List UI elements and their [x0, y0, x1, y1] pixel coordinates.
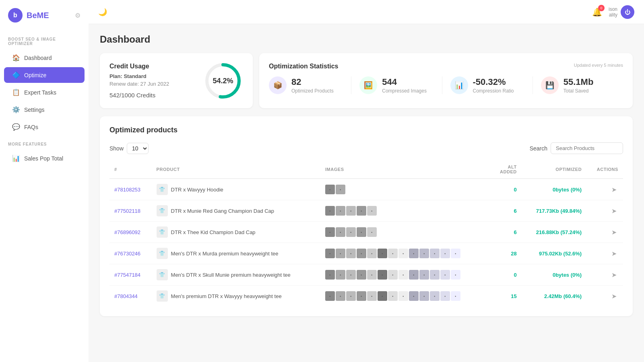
image-thumbnail: ▪ — [398, 249, 408, 258]
stat-label: Compressed Images — [382, 88, 427, 94]
sidebar-section-label: BOOST SEO & IMAGE OPTIMIZER — [0, 31, 89, 49]
stat-value: -50.32% — [473, 77, 514, 87]
product-id-link[interactable]: #78108253 — [114, 187, 140, 193]
product-id-cell: #78108253 — [109, 179, 152, 200]
table-row: #78108253👕DTR x Wavyyy Hoodie▪▪00bytes (… — [109, 179, 623, 200]
alt-count-cell: 6 — [491, 200, 522, 222]
product-name-text: DTR x Munie Red Gang Champion Dad Cap — [171, 208, 275, 214]
stat-label: Compression Ratio — [473, 88, 514, 94]
product-id-link[interactable]: #7804344 — [114, 293, 138, 299]
logo-icon: b — [8, 8, 23, 23]
table-row: #77547184👕Men's DTR x Skull Munie premiu… — [109, 264, 623, 286]
topbar: 🌙 🔔 0 ison ality ⏻ — [89, 0, 644, 24]
show-control: Show 10 25 50 — [109, 143, 149, 154]
stat-info: 544 Compressed Images — [382, 77, 427, 94]
donut-percentage: 54.2% — [213, 76, 233, 85]
product-thumbnail: 👕 — [157, 205, 168, 216]
stat-compressed-images: 🖼️ 544 Compressed Images — [351, 76, 442, 94]
tasks-icon: 📋 — [12, 88, 20, 96]
table-row: #77502118👕DTR x Munie Red Gang Champion … — [109, 200, 623, 222]
product-id-cell: #77547184 — [109, 264, 152, 286]
power-button[interactable]: ⏻ — [621, 5, 634, 19]
col-actions: ACTIONS — [586, 160, 623, 179]
sales-pop-icon: 📊 — [12, 154, 20, 162]
product-name-cell: 👕DTR x Wavyyy Hoodie — [152, 179, 320, 200]
image-thumbnail: ▪ — [409, 270, 419, 280]
image-thumbnail: ▪ — [336, 291, 345, 301]
stat-total-saved: 💾 55.1Mb Total Saved — [533, 76, 623, 94]
image-thumbnail: ▪ — [336, 206, 345, 216]
sidebar-item-expert-tasks[interactable]: 📋 Expert Tasks — [4, 84, 85, 100]
product-id-cell: #76730246 — [109, 243, 152, 264]
sidebar-item-optimize[interactable]: 🔷 Optimize — [4, 67, 85, 83]
product-name-cell: 👕Men's DTR x Murda premium heavyweight t… — [152, 243, 320, 264]
share-action-button[interactable]: ➤ — [610, 184, 618, 195]
search-input[interactable] — [551, 142, 623, 154]
stat-info: 55.1Mb Total Saved — [564, 77, 594, 94]
table-controls: Show 10 25 50 Search — [109, 142, 623, 154]
sidebar-item-settings[interactable]: ⚙️ Settings — [4, 102, 85, 117]
table-card: Optimized products Show 10 25 50 Search — [100, 116, 633, 316]
sidebar-item-dashboard[interactable]: 🏠 Dashboard — [4, 50, 85, 66]
product-id-link[interactable]: #76730246 — [114, 251, 140, 257]
image-thumbnail: ▪ — [430, 270, 440, 280]
topbar-right: 🔔 0 ison ality ⏻ — [592, 5, 634, 19]
share-action-button[interactable]: ➤ — [610, 206, 618, 216]
table-header-row: # PRODUCT IMAGES ALTADDED OPTIMIZED ACTI… — [109, 160, 623, 179]
sidebar-item-label: FAQs — [24, 124, 38, 130]
sidebar-logo: b BeME ⚙ — [0, 0, 89, 31]
show-select[interactable]: 10 25 50 — [127, 143, 149, 154]
stat-label: Total Saved — [564, 88, 594, 94]
stat-value: 55.1Mb — [564, 77, 594, 87]
images-cell: ▪▪ — [320, 179, 491, 200]
user-label: ison — [609, 6, 617, 12]
alt-count-cell: 6 — [491, 222, 522, 243]
image-thumbnail: ▪ — [357, 270, 366, 280]
sidebar-item-sales-pop[interactable]: 📊 Sales Pop Total — [4, 150, 85, 166]
stat-value: 544 — [382, 77, 427, 87]
share-action-button[interactable]: ➤ — [610, 227, 618, 238]
image-thumbnail: ▪ — [419, 291, 429, 301]
stat-icon-images: 🖼️ — [359, 76, 377, 94]
product-id-link[interactable]: #76896092 — [114, 229, 140, 235]
share-action-button[interactable]: ➤ — [610, 291, 618, 302]
image-thumbnail: ▪ — [419, 270, 429, 280]
product-id-link[interactable]: #77547184 — [114, 272, 140, 278]
sidebar-item-label: Settings — [24, 107, 45, 113]
image-thumbnail: ▪ — [346, 270, 356, 280]
settings-gear-icon[interactable]: ⚙ — [75, 12, 80, 19]
images-cell: ▪▪▪▪▪▪▪▪▪▪▪▪▪ — [320, 286, 491, 307]
product-id-link[interactable]: #77502118 — [114, 208, 140, 214]
sidebar: b BeME ⚙ BOOST SEO & IMAGE OPTIMIZER 🏠 D… — [0, 0, 89, 362]
images-cell: ▪▪▪▪▪ — [320, 222, 491, 243]
notification-bell[interactable]: 🔔 0 — [592, 7, 602, 17]
image-thumbnail: ▪ — [451, 291, 460, 301]
share-action-button[interactable]: ➤ — [610, 269, 618, 280]
image-thumbnail: ▪ — [440, 270, 450, 280]
plan-value: Standard — [124, 73, 146, 79]
product-id-cell: #7804344 — [109, 286, 152, 307]
faqs-icon: 💬 — [12, 123, 20, 131]
image-thumbnail: ▪ — [388, 249, 398, 258]
image-thumbnail: ▪ — [346, 291, 356, 301]
product-name-text: Men's premium DTR x Wavyyy heavyweight t… — [171, 293, 282, 299]
user-sublabel: ality — [609, 12, 617, 18]
sidebar-item-label: Dashboard — [24, 55, 52, 61]
stat-info: 82 Optimized Products — [291, 77, 334, 94]
image-thumbnail: ▪ — [440, 291, 450, 301]
product-name-cell: 👕Men's DTR x Skull Munie premium heavywe… — [152, 264, 320, 286]
share-action-button[interactable]: ➤ — [610, 248, 618, 259]
image-thumbnail: ▪ — [357, 291, 366, 301]
donut-chart: 54.2% — [203, 61, 243, 101]
moon-icon[interactable]: 🌙 — [98, 8, 107, 16]
sidebar-item-label: Expert Tasks — [24, 89, 56, 96]
sidebar-item-faqs[interactable]: 💬 FAQs — [4, 119, 85, 135]
notification-count: 0 — [598, 5, 605, 11]
show-label: Show — [109, 145, 124, 152]
product-name-text: DTR x Thee Kid Champion Dad Cap — [171, 229, 256, 235]
stat-value: 82 — [291, 77, 334, 87]
search-control: Search — [530, 142, 623, 154]
alt-count-cell: 15 — [491, 286, 522, 307]
actions-cell: ➤ — [586, 200, 623, 222]
image-thumbnail: ▪ — [451, 249, 460, 258]
